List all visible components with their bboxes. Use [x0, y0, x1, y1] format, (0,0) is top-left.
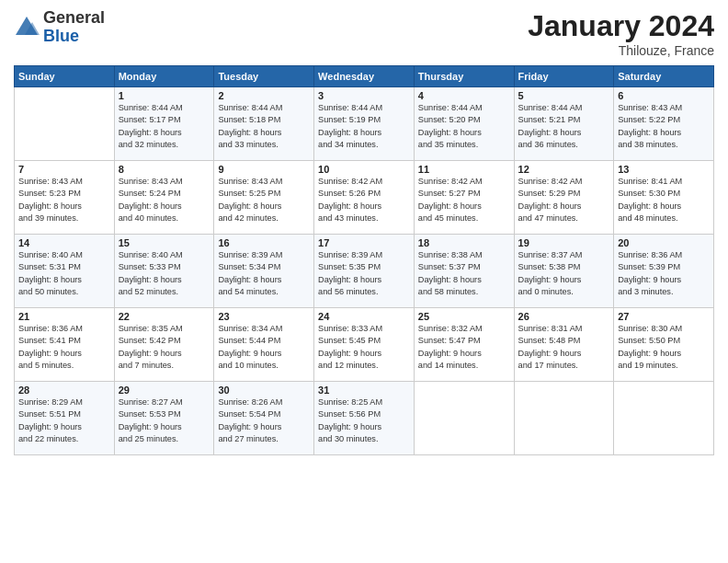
day-number: 17 [318, 237, 410, 248]
day-number: 4 [418, 90, 510, 101]
day-cell: 9 Sunrise: 8:43 AMSunset: 5:25 PMDayligh… [214, 161, 314, 235]
day-number: 28 [18, 385, 110, 396]
day-cell: 14 Sunrise: 8:40 AMSunset: 5:31 PMDaylig… [15, 235, 115, 308]
day-number: 18 [418, 237, 510, 248]
week-row-4: 28 Sunrise: 8:29 AMSunset: 5:51 PMDaylig… [15, 382, 714, 455]
weekday-header-row: Sunday Monday Tuesday Wednesday Thursday… [15, 66, 714, 87]
day-cell: 7 Sunrise: 8:43 AMSunset: 5:23 PMDayligh… [15, 161, 115, 235]
day-cell [414, 382, 514, 455]
day-info: Sunrise: 8:31 AMSunset: 5:48 PMDaylight:… [518, 323, 610, 372]
day-number: 29 [119, 385, 210, 396]
day-cell: 24 Sunrise: 8:33 AMSunset: 5:45 PMDaylig… [314, 308, 415, 382]
day-cell: 6 Sunrise: 8:43 AMSunset: 5:22 PMDayligh… [614, 87, 714, 161]
day-cell: 25 Sunrise: 8:32 AMSunset: 5:47 PMDaylig… [414, 308, 514, 382]
day-number: 24 [318, 311, 410, 322]
logo-blue: Blue [43, 28, 105, 46]
day-cell: 28 Sunrise: 8:29 AMSunset: 5:51 PMDaylig… [15, 382, 115, 455]
day-cell: 19 Sunrise: 8:37 AMSunset: 5:38 PMDaylig… [514, 235, 614, 308]
logo: General Blue [14, 9, 105, 46]
day-info: Sunrise: 8:33 AMSunset: 5:45 PMDaylight:… [318, 323, 410, 372]
day-cell: 21 Sunrise: 8:36 AMSunset: 5:41 PMDaylig… [15, 308, 115, 382]
day-number: 25 [418, 311, 510, 322]
day-info: Sunrise: 8:43 AMSunset: 5:22 PMDaylight:… [618, 102, 710, 151]
day-info: Sunrise: 8:44 AMSunset: 5:20 PMDaylight:… [418, 102, 510, 151]
day-info: Sunrise: 8:26 AMSunset: 5:54 PMDaylight:… [218, 396, 310, 445]
day-cell: 10 Sunrise: 8:42 AMSunset: 5:26 PMDaylig… [314, 161, 415, 235]
day-info: Sunrise: 8:44 AMSunset: 5:18 PMDaylight:… [218, 102, 310, 151]
day-cell [614, 382, 714, 455]
day-info: Sunrise: 8:42 AMSunset: 5:29 PMDaylight:… [518, 176, 610, 224]
month-title: January 2024 [528, 9, 714, 43]
day-info: Sunrise: 8:32 AMSunset: 5:47 PMDaylight:… [418, 323, 510, 372]
header: General Blue January 2024 Thilouze, Fran… [14, 9, 714, 58]
title-area: January 2024 Thilouze, France [528, 9, 714, 58]
day-info: Sunrise: 8:35 AMSunset: 5:42 PMDaylight:… [119, 323, 210, 372]
logo-icon [14, 15, 40, 40]
day-info: Sunrise: 8:30 AMSunset: 5:50 PMDaylight:… [618, 323, 710, 372]
day-number: 21 [18, 311, 110, 322]
day-cell: 13 Sunrise: 8:41 AMSunset: 5:30 PMDaylig… [614, 161, 714, 235]
day-info: Sunrise: 8:25 AMSunset: 5:56 PMDaylight:… [318, 396, 410, 445]
day-number: 31 [318, 385, 410, 396]
day-cell: 22 Sunrise: 8:35 AMSunset: 5:42 PMDaylig… [114, 308, 214, 382]
week-row-0: 1 Sunrise: 8:44 AMSunset: 5:17 PMDayligh… [15, 87, 714, 161]
day-cell: 17 Sunrise: 8:39 AMSunset: 5:35 PMDaylig… [314, 235, 415, 308]
day-number: 14 [18, 237, 110, 248]
day-cell: 20 Sunrise: 8:36 AMSunset: 5:39 PMDaylig… [614, 235, 714, 308]
day-cell: 16 Sunrise: 8:39 AMSunset: 5:34 PMDaylig… [214, 235, 314, 308]
day-info: Sunrise: 8:42 AMSunset: 5:27 PMDaylight:… [418, 176, 510, 224]
day-number: 27 [618, 311, 710, 322]
day-cell: 2 Sunrise: 8:44 AMSunset: 5:18 PMDayligh… [214, 87, 314, 161]
day-info: Sunrise: 8:27 AMSunset: 5:53 PMDaylight:… [119, 396, 210, 445]
day-number: 1 [119, 90, 210, 101]
day-cell: 15 Sunrise: 8:40 AMSunset: 5:33 PMDaylig… [114, 235, 214, 308]
header-friday: Friday [514, 66, 614, 87]
day-cell: 4 Sunrise: 8:44 AMSunset: 5:20 PMDayligh… [414, 87, 514, 161]
header-thursday: Thursday [414, 66, 514, 87]
day-info: Sunrise: 8:36 AMSunset: 5:39 PMDaylight:… [618, 249, 710, 298]
day-cell: 31 Sunrise: 8:25 AMSunset: 5:56 PMDaylig… [314, 382, 415, 455]
logo-general: General [43, 9, 105, 28]
header-tuesday: Tuesday [214, 66, 314, 87]
day-info: Sunrise: 8:43 AMSunset: 5:23 PMDaylight:… [18, 176, 110, 224]
day-cell: 11 Sunrise: 8:42 AMSunset: 5:27 PMDaylig… [414, 161, 514, 235]
day-cell: 3 Sunrise: 8:44 AMSunset: 5:19 PMDayligh… [314, 87, 415, 161]
header-monday: Monday [114, 66, 214, 87]
day-info: Sunrise: 8:39 AMSunset: 5:34 PMDaylight:… [218, 249, 310, 298]
day-info: Sunrise: 8:44 AMSunset: 5:17 PMDaylight:… [119, 102, 210, 151]
day-number: 12 [518, 164, 610, 175]
day-number: 3 [318, 90, 410, 101]
day-cell: 1 Sunrise: 8:44 AMSunset: 5:17 PMDayligh… [114, 87, 214, 161]
day-cell: 23 Sunrise: 8:34 AMSunset: 5:44 PMDaylig… [214, 308, 314, 382]
day-cell: 30 Sunrise: 8:26 AMSunset: 5:54 PMDaylig… [214, 382, 314, 455]
day-number: 26 [518, 311, 610, 322]
day-cell: 26 Sunrise: 8:31 AMSunset: 5:48 PMDaylig… [514, 308, 614, 382]
day-info: Sunrise: 8:39 AMSunset: 5:35 PMDaylight:… [318, 249, 410, 298]
logo-text: General Blue [43, 9, 105, 46]
day-number: 20 [618, 237, 710, 248]
day-info: Sunrise: 8:43 AMSunset: 5:24 PMDaylight:… [119, 176, 210, 224]
day-number: 15 [119, 237, 210, 248]
week-row-2: 14 Sunrise: 8:40 AMSunset: 5:31 PMDaylig… [15, 235, 714, 308]
header-wednesday: Wednesday [314, 66, 415, 87]
day-number: 10 [318, 164, 410, 175]
calendar-table: Sunday Monday Tuesday Wednesday Thursday… [14, 65, 714, 455]
day-info: Sunrise: 8:29 AMSunset: 5:51 PMDaylight:… [18, 396, 110, 445]
day-cell: 27 Sunrise: 8:30 AMSunset: 5:50 PMDaylig… [614, 308, 714, 382]
day-cell: 5 Sunrise: 8:44 AMSunset: 5:21 PMDayligh… [514, 87, 614, 161]
day-cell: 8 Sunrise: 8:43 AMSunset: 5:24 PMDayligh… [114, 161, 214, 235]
day-number: 23 [218, 311, 310, 322]
day-cell: 12 Sunrise: 8:42 AMSunset: 5:29 PMDaylig… [514, 161, 614, 235]
day-number: 13 [618, 164, 710, 175]
day-number: 30 [218, 385, 310, 396]
location: Thilouze, France [528, 43, 714, 58]
day-info: Sunrise: 8:43 AMSunset: 5:25 PMDaylight:… [218, 176, 310, 224]
day-info: Sunrise: 8:36 AMSunset: 5:41 PMDaylight:… [18, 323, 110, 372]
day-info: Sunrise: 8:40 AMSunset: 5:31 PMDaylight:… [18, 249, 110, 298]
calendar-page: General Blue January 2024 Thilouze, Fran… [0, 0, 728, 563]
header-sunday: Sunday [15, 66, 115, 87]
day-number: 7 [18, 164, 110, 175]
day-cell [15, 87, 115, 161]
day-number: 5 [518, 90, 610, 101]
day-info: Sunrise: 8:37 AMSunset: 5:38 PMDaylight:… [518, 249, 610, 298]
